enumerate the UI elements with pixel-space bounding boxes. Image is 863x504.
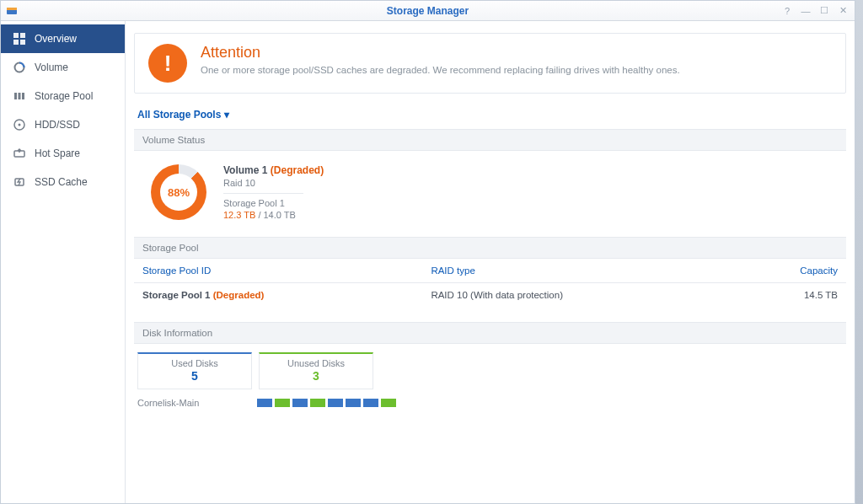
alert-title: Attention <box>201 44 680 62</box>
pool-selector-label: All Storage Pools <box>137 109 221 121</box>
svg-rect-9 <box>22 93 24 99</box>
section-storage-pool: Storage Pool <box>134 237 846 259</box>
sidebar-item-volume[interactable]: Volume <box>1 53 125 82</box>
window-title: Storage Manager <box>1 5 855 17</box>
svg-rect-1 <box>7 8 17 10</box>
sidebar-item-label: HDD/SSD <box>35 119 80 131</box>
window-controls: ? — ☐ ✕ <box>780 4 855 18</box>
volume-icon <box>13 62 26 73</box>
storage-pool-table: Storage Pool ID RAID type Capacity Stora… <box>134 259 846 307</box>
sidebar-item-storage-pool[interactable]: Storage Pool <box>1 82 125 110</box>
sidebar-item-label: Volume <box>35 62 68 73</box>
disk-slot-used[interactable] <box>292 399 308 407</box>
svg-rect-3 <box>20 33 25 38</box>
volume-total: 14.0 TB <box>264 210 296 220</box>
volume-pool: Storage Pool 1 <box>223 198 324 208</box>
overview-icon <box>13 33 26 45</box>
close-button[interactable]: ✕ <box>836 4 850 18</box>
disk-slot-unused[interactable] <box>310 399 325 407</box>
col-raid-type[interactable]: RAID type <box>422 259 732 283</box>
volume-status-row[interactable]: 88% Volume 1 (Degraded) Raid 10 Storage … <box>134 151 846 233</box>
svg-rect-7 <box>14 93 17 99</box>
volume-info: Volume 1 (Degraded) Raid 10 Storage Pool… <box>223 164 324 220</box>
sidebar-item-label: Overview <box>35 33 77 45</box>
sidebar-item-ssd-cache[interactable]: SSD Cache <box>1 168 125 196</box>
sidebar-item-hdd-ssd[interactable]: HDD/SSD <box>1 110 125 139</box>
disk-slot-strip <box>257 399 396 407</box>
table-row[interactable]: Storage Pool 1 (Degraded) RAID 10 (With … <box>134 283 846 308</box>
disk-slot-used[interactable] <box>363 399 378 407</box>
pool-status: (Degraded) <box>213 290 265 300</box>
sidebar-item-label: SSD Cache <box>35 176 88 188</box>
pool-id: Storage Pool 1 <box>142 290 213 300</box>
chevron-down-icon: ▾ <box>224 109 229 121</box>
hot-spare-icon <box>13 147 26 159</box>
alert-message: One or more storage pool/SSD caches are … <box>201 65 680 75</box>
disk-slot-used[interactable] <box>257 399 272 407</box>
disk-host-name: Cornelisk-Main <box>137 398 255 408</box>
maximize-button[interactable]: ☐ <box>817 4 831 18</box>
disk-slot-unused[interactable] <box>381 399 396 407</box>
svg-rect-4 <box>13 40 19 45</box>
volume-status: (Degraded) <box>271 164 324 176</box>
volume-sep: / <box>255 210 263 220</box>
app-window: Storage Manager ? — ☐ ✕ Overview Volume <box>0 0 855 504</box>
sidebar-item-hot-spare[interactable]: Hot Spare <box>1 139 125 168</box>
col-storage-pool-id[interactable]: Storage Pool ID <box>134 259 422 283</box>
unused-disks-label: Unused Disks <box>260 358 373 368</box>
svg-rect-2 <box>13 33 19 38</box>
used-disks-count: 5 <box>138 369 251 383</box>
hdd-ssd-icon <box>13 119 26 131</box>
main-content: ! Attention One or more storage pool/SSD… <box>126 21 855 503</box>
section-volume-status: Volume Status <box>134 129 846 151</box>
volume-used: 12.3 TB <box>223 210 255 220</box>
obscured-edge <box>855 0 863 504</box>
svg-point-11 <box>19 124 21 126</box>
alert-text: Attention One or more storage pool/SSD c… <box>201 44 680 75</box>
minimize-button[interactable]: — <box>799 4 812 18</box>
disk-host-row: Cornelisk-Main <box>134 394 846 416</box>
col-capacity[interactable]: Capacity <box>732 259 846 283</box>
sidebar-item-label: Storage Pool <box>35 90 93 102</box>
used-disks-label: Used Disks <box>138 358 251 368</box>
unused-disks-count: 3 <box>260 369 373 383</box>
titlebar: Storage Manager ? — ☐ ✕ <box>1 1 855 21</box>
pool-raid: RAID 10 (With data protection) <box>422 283 732 308</box>
volume-percent: 88% <box>160 174 197 211</box>
body: Overview Volume Storage Pool HDD/SSD <box>1 21 855 503</box>
storage-pool-icon <box>13 90 26 102</box>
section-disk-info: Disk Information <box>134 322 846 344</box>
alert-attention: ! Attention One or more storage pool/SSD… <box>134 33 846 94</box>
sidebar-item-overview[interactable]: Overview <box>1 24 125 53</box>
app-icon <box>4 3 19 19</box>
sidebar: Overview Volume Storage Pool HDD/SSD <box>1 21 126 503</box>
svg-rect-5 <box>20 40 25 45</box>
tab-unused-disks[interactable]: Unused Disks 3 <box>259 352 373 389</box>
sidebar-item-label: Hot Spare <box>35 147 80 159</box>
disk-slot-used[interactable] <box>346 399 361 407</box>
help-button[interactable]: ? <box>780 4 794 18</box>
disk-slot-used[interactable] <box>328 399 343 407</box>
volume-name: Volume 1 <box>223 164 267 176</box>
pool-capacity: 14.5 TB <box>732 283 846 308</box>
disk-tabs: Used Disks 5 Unused Disks 3 <box>137 344 846 394</box>
ssd-cache-icon <box>13 176 26 188</box>
svg-rect-8 <box>19 93 21 99</box>
disk-slot-unused[interactable] <box>275 399 290 407</box>
volume-usage-donut: 88% <box>151 164 206 220</box>
tab-used-disks[interactable]: Used Disks 5 <box>137 352 252 389</box>
alert-icon: ! <box>148 44 187 83</box>
volume-raid-type: Raid 10 <box>223 178 324 188</box>
pool-selector[interactable]: All Storage Pools ▾ <box>137 109 229 121</box>
